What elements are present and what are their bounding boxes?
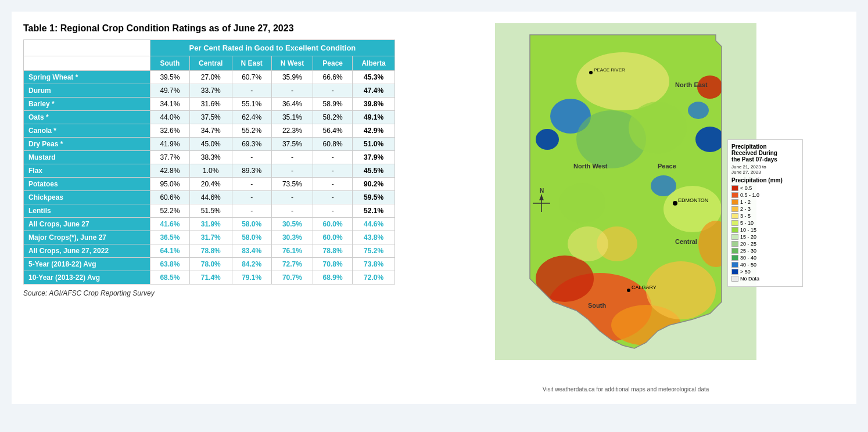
summary-cell-nwest: 30.5%: [271, 218, 313, 231]
legend-item: 2 - 3: [731, 206, 799, 212]
crop-table: Per Cent Rated in Good to Excellent Cond…: [23, 39, 395, 285]
legend-label: 30 - 40: [740, 255, 756, 261]
cell-south: 34.1%: [150, 98, 189, 111]
legend-item: > 50: [731, 269, 799, 275]
table-row: Oats *44.0%37.5%62.4%35.1%58.2%49.1%: [24, 111, 395, 124]
table-row: Chickpeas60.6%44.6%---59.5%: [24, 191, 395, 204]
cell-crop: Mustard: [24, 151, 150, 164]
summary-cell-central: 31.9%: [189, 218, 232, 231]
crop-col-header: [24, 40, 150, 56]
cell-peace: -: [313, 84, 353, 98]
col-south: South: [150, 56, 189, 71]
summary-row: Major Crops(*), June 2736.5%31.7%58.0%30…: [24, 231, 395, 244]
summary-cell-neast: 79.1%: [232, 271, 271, 285]
summary-cell-crop: Major Crops(*), June 27: [24, 231, 150, 244]
cell-south: 60.6%: [150, 191, 189, 204]
cell-crop: Lentils: [24, 204, 150, 218]
map-section: North East North West Peace Central Sout…: [407, 23, 845, 393]
cell-crop: Flax: [24, 164, 150, 178]
cell-nwest: 37.5%: [271, 138, 313, 151]
summary-cell-peace: 78.8%: [313, 244, 353, 258]
col-central: Central: [189, 56, 232, 71]
cell-nwest: 73.5%: [271, 178, 313, 191]
svg-point-13: [559, 183, 605, 224]
col-nwest: N West: [271, 56, 313, 71]
cell-alberta: 45.5%: [353, 164, 395, 178]
cell-nwest: -: [271, 151, 313, 164]
svg-point-11: [576, 52, 669, 110]
calgary-label: CALGARY: [632, 285, 657, 290]
cell-nwest: -: [271, 164, 313, 178]
legend-label: 15 - 20: [740, 234, 756, 240]
cell-alberta: 39.8%: [353, 98, 395, 111]
cell-alberta: 90.2%: [353, 178, 395, 191]
legend-item: < 0.5: [731, 185, 799, 191]
table-row: Potatoes95.0%20.4%-73.5%-90.2%: [24, 178, 395, 191]
col-peace: Peace: [313, 56, 353, 71]
cell-central: 38.3%: [189, 151, 232, 164]
edmonton-dot: [673, 201, 677, 206]
table-row: Mustard37.7%38.3%---37.9%: [24, 151, 395, 164]
cell-alberta: 37.9%: [353, 151, 395, 164]
summary-row: 10-Year (2013-22) Avg68.5%71.4%79.1%70.7…: [24, 271, 395, 285]
cell-neast: -: [232, 178, 271, 191]
summary-cell-crop: 10-Year (2013-22) Avg: [24, 271, 150, 285]
visit-text: Visit weatherdata.ca for additional maps…: [543, 386, 709, 393]
summary-cell-south: 36.5%: [150, 231, 189, 244]
summary-cell-south: 41.6%: [150, 218, 189, 231]
cell-crop: Oats *: [24, 111, 150, 124]
summary-cell-central: 78.0%: [189, 258, 232, 271]
cell-crop: Potatoes: [24, 178, 150, 191]
cell-peace: -: [313, 151, 353, 164]
cell-peace: 60.8%: [313, 138, 353, 151]
summary-cell-crop: 5-Year (2018-22) Avg: [24, 258, 150, 271]
cell-peace: 58.2%: [313, 111, 353, 124]
legend-date: June 21, 2023 toJune 27, 2023: [731, 164, 799, 175]
cell-south: 49.7%: [150, 84, 189, 98]
cell-peace: 56.4%: [313, 124, 353, 138]
summary-cell-crop: All Crops, June 27, 2022: [24, 244, 150, 258]
legend-item: 0.5 - 1.0: [731, 192, 799, 198]
table-row: Durum49.7%33.7%---47.4%: [24, 84, 395, 98]
summary-cell-peace: 70.8%: [313, 258, 353, 271]
cell-crop: Canola *: [24, 124, 150, 138]
cell-crop: Dry Peas *: [24, 138, 150, 151]
cell-peace: 58.9%: [313, 98, 353, 111]
summary-cell-alberta: 75.2%: [353, 244, 395, 258]
source-text: Source: AGI/AFSC Crop Reporting Survey: [23, 289, 395, 297]
cell-south: 52.2%: [150, 204, 189, 218]
cell-neast: -: [232, 151, 271, 164]
table-row: Flax42.8%1.0%89.3%--45.5%: [24, 164, 395, 178]
cell-neast: 60.7%: [232, 71, 271, 84]
cell-south: 44.0%: [150, 111, 189, 124]
svg-point-18: [629, 102, 687, 154]
legend-label: 10 - 15: [740, 227, 756, 233]
cell-south: 95.0%: [150, 178, 189, 191]
summary-cell-nwest: 72.7%: [271, 258, 313, 271]
cell-nwest: 36.4%: [271, 98, 313, 111]
summary-cell-peace: 60.0%: [313, 231, 353, 244]
cell-peace: -: [313, 204, 353, 218]
legend-label: 25 - 30: [740, 248, 756, 254]
cell-south: 32.6%: [150, 124, 189, 138]
svg-point-9: [688, 102, 709, 119]
summary-cell-neast: 84.2%: [232, 258, 271, 271]
summary-cell-alberta: 43.8%: [353, 231, 395, 244]
cell-neast: -: [232, 204, 271, 218]
map-image: North East North West Peace Central Sout…: [495, 23, 756, 360]
cell-central: 34.7%: [189, 124, 232, 138]
summary-cell-neast: 58.0%: [232, 218, 271, 231]
summary-cell-nwest: 70.7%: [271, 271, 313, 285]
map-container: North East North West Peace Central Sout…: [495, 23, 756, 383]
legend-item: 15 - 20: [731, 234, 799, 240]
legend-item: 1 - 2: [731, 199, 799, 205]
cell-central: 27.0%: [189, 71, 232, 84]
south-label: South: [588, 302, 606, 309]
cell-neast: 89.3%: [232, 164, 271, 178]
table-row: Canola *32.6%34.7%55.2%22.3%56.4%42.9%: [24, 124, 395, 138]
svg-point-5: [646, 261, 716, 319]
col-neast: N East: [232, 56, 271, 71]
summary-cell-crop: All Crops, June 27: [24, 218, 150, 231]
main-header: Per Cent Rated in Good to Excellent Cond…: [150, 40, 394, 56]
legend-item: 10 - 15: [731, 227, 799, 233]
